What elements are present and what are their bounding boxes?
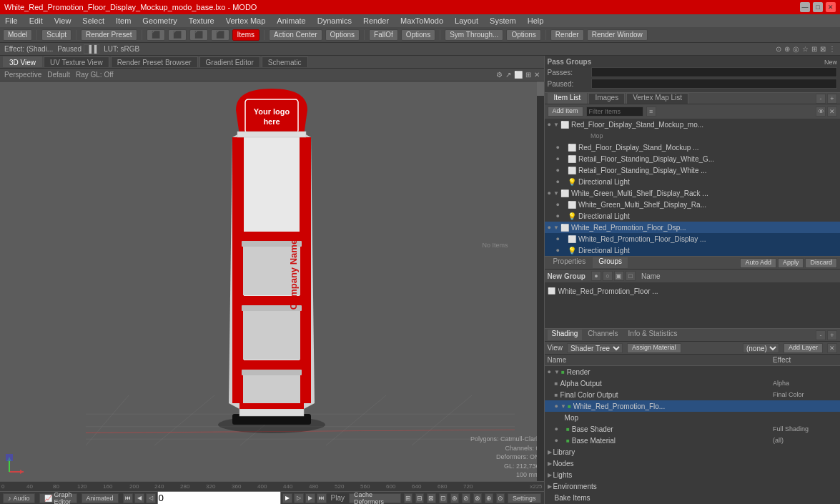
- go-start-btn[interactable]: ⏮: [123, 493, 133, 503]
- vp-fullscreen-icon[interactable]: ⊞: [525, 71, 531, 79]
- add-item-btn[interactable]: Add Item: [548, 107, 583, 117]
- tree-item-1[interactable]: ● Mop: [545, 130, 840, 142]
- vp-icon-5[interactable]: ⊞: [811, 45, 817, 53]
- pass-groups-new-btn[interactable]: New: [824, 59, 837, 66]
- menu-geometry[interactable]: Geometry: [140, 16, 179, 25]
- menu-vertexmap[interactable]: Vertex Map: [224, 16, 268, 25]
- play-btn[interactable]: ▶: [282, 493, 292, 503]
- cache-deformers-btn[interactable]: Cache Deformers: [349, 493, 401, 503]
- graph-editor-btn[interactable]: 📈 Graph Editor: [39, 493, 77, 503]
- tree-item-8[interactable]: ● ▶ 💡 Directional Light: [545, 210, 840, 222]
- sh-row-bakeitems[interactable]: Bake Items: [545, 492, 840, 503]
- groups-icon-3[interactable]: ▣: [614, 271, 624, 281]
- sh-row-material[interactable]: ● ▼ ■ White_Red_Promotion_Flo...: [545, 400, 840, 412]
- tab-schematic[interactable]: Schematic: [262, 56, 308, 67]
- viewport-scrollbar[interactable]: [537, 81, 544, 481]
- shader-tree-select[interactable]: Shader Tree: [567, 343, 623, 353]
- camera-dropdown[interactable]: Perspective: [4, 71, 41, 79]
- tab-3dview[interactable]: 3D View: [3, 56, 42, 67]
- tree-item-10[interactable]: ● ▶ ⬜ White_Red_Promotion_Floor_Display …: [545, 233, 840, 244]
- tree-item-0[interactable]: ● ▼ ⬜ Red_Floor_Display_Stand_Mockup_mo.…: [545, 119, 840, 130]
- vp-icon-4[interactable]: ☆: [802, 45, 809, 53]
- bb-icon-8[interactable]: ⊕: [485, 493, 493, 503]
- vp-icon-2[interactable]: ⊕: [784, 45, 790, 53]
- bb-icon-1[interactable]: ⊞: [404, 493, 412, 503]
- icon-btn-3[interactable]: ⬛: [189, 29, 208, 41]
- sh-row-baseshader[interactable]: ● ▶ ■ Base Shader Full Shading: [545, 423, 840, 435]
- sh-row-nodes[interactable]: ▶ Nodes: [545, 458, 840, 469]
- groups-icon-1[interactable]: ●: [591, 271, 601, 281]
- vp-icon-7[interactable]: ⋮: [829, 45, 836, 53]
- vp-icon-6[interactable]: ⊠: [820, 45, 826, 53]
- props-tab-properties[interactable]: Properties: [548, 257, 592, 268]
- options-btn-3[interactable]: Options: [506, 29, 540, 41]
- sh-row-alpha[interactable]: ■ Alpha Output Alpha: [545, 377, 840, 389]
- menu-view[interactable]: View: [52, 16, 74, 25]
- discard-btn[interactable]: Discard: [805, 258, 837, 268]
- add-layer-btn[interactable]: Add Layer: [784, 343, 823, 353]
- animated-btn[interactable]: Animated: [81, 493, 119, 503]
- bb-icon-7[interactable]: ⊗: [473, 493, 482, 503]
- bb-icon-3[interactable]: ⊠: [427, 493, 435, 503]
- menu-edit[interactable]: Edit: [27, 16, 45, 25]
- vp-expand-icon[interactable]: ⬜: [514, 71, 523, 79]
- vp-icon-3[interactable]: ◎: [793, 45, 799, 53]
- icon-btn-1[interactable]: ⬛: [147, 29, 165, 41]
- menu-item[interactable]: Item: [114, 16, 133, 25]
- viewport-3d[interactable]: Your logo here Company Name No Items: [0, 81, 544, 481]
- shading-icon-1[interactable]: -: [816, 330, 826, 340]
- minimize-button[interactable]: —: [800, 2, 810, 12]
- audio-btn[interactable]: ♪ Audio: [3, 493, 35, 503]
- tree-item-9[interactable]: ● ▼ ⬜ White_Red_Promotion_Floor_Dsp...: [545, 222, 840, 233]
- props-tab-groups[interactable]: Groups: [593, 257, 628, 268]
- raygl-toggle[interactable]: Ray GL: Off: [76, 71, 114, 79]
- maximize-button[interactable]: □: [813, 2, 823, 12]
- sh-row-finalcolor[interactable]: ■ Final Color Output Final Color: [545, 389, 840, 400]
- sh-row-render[interactable]: ● ▼ ■ Render: [545, 366, 840, 377]
- groups-icon-4[interactable]: □: [626, 271, 636, 281]
- go-end-btn[interactable]: ⏭: [317, 493, 327, 503]
- menu-texture[interactable]: Texture: [187, 16, 217, 25]
- menu-file[interactable]: File: [3, 16, 20, 25]
- pause-toggle[interactable]: ▐▐: [84, 44, 99, 54]
- vp-icon-1[interactable]: ⊙: [776, 45, 781, 53]
- paused-input[interactable]: [591, 79, 837, 89]
- items-btn[interactable]: Items: [232, 29, 260, 41]
- menu-render[interactable]: Render: [361, 16, 391, 25]
- prev-key-btn[interactable]: ◁: [146, 493, 156, 503]
- tree-item-6[interactable]: ● ▼ ⬜ White_Green_Multi_Shelf_Display_Ra…: [545, 187, 840, 199]
- menu-dynamics[interactable]: Dynamics: [315, 16, 354, 25]
- bb-icon-9[interactable]: ⊙: [496, 493, 505, 503]
- render-window-btn[interactable]: Render Window: [587, 29, 648, 41]
- falloff-btn[interactable]: FallOf: [369, 29, 398, 41]
- shading-tab-shading[interactable]: Shading: [548, 330, 583, 340]
- vp-close-icon[interactable]: ✕: [534, 71, 540, 79]
- sh-row-environments[interactable]: ▶ Environments: [545, 480, 840, 492]
- groups-icon-2[interactable]: ○: [603, 271, 613, 281]
- shading-icon-2[interactable]: +: [827, 330, 837, 340]
- tab-vertex-map[interactable]: Vertex Map List: [626, 93, 688, 104]
- next-key-btn[interactable]: ▷: [294, 493, 304, 503]
- menu-select[interactable]: Select: [80, 16, 107, 25]
- menu-help[interactable]: Help: [525, 16, 546, 25]
- bb-icon-4[interactable]: ⊡: [439, 493, 448, 503]
- options-btn-2[interactable]: Options: [401, 29, 435, 41]
- icon-btn-2[interactable]: ⬛: [168, 29, 187, 41]
- tree-item-11[interactable]: ● ▶ 💡 Directional Light: [545, 244, 840, 256]
- action-center-btn[interactable]: Action Center: [269, 29, 322, 41]
- menu-maxtomodo[interactable]: MaxToModo: [398, 16, 445, 25]
- il-eye-icon[interactable]: 👁: [816, 107, 826, 117]
- next-frame-btn[interactable]: ▶: [305, 493, 315, 503]
- tab-uvtexture[interactable]: UV Texture View: [44, 56, 109, 67]
- tree-item-5[interactable]: ● ▶ 💡 Directional Light: [545, 176, 840, 187]
- menu-layout[interactable]: Layout: [453, 16, 480, 25]
- prev-frame-btn[interactable]: ◀: [134, 493, 144, 503]
- shading-tab-channels[interactable]: Channels: [583, 330, 622, 340]
- tab-images[interactable]: Images: [588, 93, 625, 104]
- right-tab-icon-1[interactable]: -: [816, 94, 826, 104]
- sh-row-mop[interactable]: Mop: [545, 412, 840, 423]
- auto-add-btn[interactable]: Auto Add: [740, 258, 776, 268]
- sym-btn[interactable]: Sym Through...: [445, 29, 503, 41]
- render-preset-btn[interactable]: Render Preset: [81, 29, 137, 41]
- default-dropdown[interactable]: Default: [47, 71, 70, 79]
